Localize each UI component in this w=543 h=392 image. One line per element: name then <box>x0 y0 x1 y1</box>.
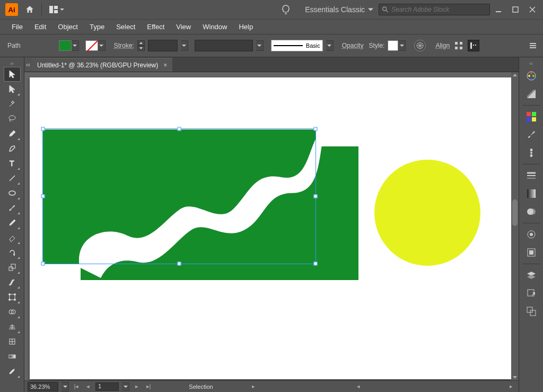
panel-expand-button[interactable]: ‹‹ <box>519 59 543 67</box>
stroke-weight-field[interactable] <box>148 40 178 51</box>
style-dropdown[interactable] <box>398 40 406 51</box>
selection-handle-s[interactable] <box>178 262 181 266</box>
document-tab[interactable]: Untitled-1* @ 36.23% (RGB/GPU Preview) × <box>32 58 172 72</box>
rotate-tool[interactable] <box>4 246 20 259</box>
menu-select[interactable]: Select <box>111 21 141 33</box>
brush-definition[interactable]: Basic <box>271 40 323 51</box>
menu-window[interactable]: Window <box>197 21 232 33</box>
paintbrush-tool[interactable] <box>4 201 20 215</box>
curvature-tool[interactable] <box>4 142 20 155</box>
stroke-dropdown[interactable] <box>98 40 106 51</box>
vertical-scrollbar-thumb[interactable] <box>512 199 518 226</box>
canvas[interactable]: 36.23% |◂ ◂ 1 ▸ ▸| Selection ▸ ◂ ▸ <box>24 72 519 392</box>
graphic-styles-panel[interactable] <box>523 245 539 260</box>
asset-export-panel[interactable] <box>523 285 539 301</box>
mesh-tool[interactable] <box>4 335 20 349</box>
yellow-circle-shape[interactable] <box>374 160 480 266</box>
artboard-nav-next[interactable]: ▸ <box>133 382 141 391</box>
stroke-weight-dropdown[interactable] <box>181 40 188 51</box>
stroke-weight-down[interactable] <box>137 46 145 51</box>
vertical-scrollbar[interactable] <box>511 72 519 380</box>
menu-object[interactable]: Object <box>52 21 83 33</box>
layers-panel[interactable] <box>523 267 539 283</box>
selection-handle-ne[interactable] <box>314 127 318 131</box>
fill-swatch[interactable] <box>59 40 79 51</box>
stroke-panel[interactable] <box>523 168 539 184</box>
shape-builder-tool[interactable] <box>4 305 20 319</box>
menu-view[interactable]: View <box>171 21 196 33</box>
direct-selection-tool[interactable] <box>4 82 20 96</box>
graphic-style-swatch[interactable] <box>388 40 406 51</box>
magic-wand-tool[interactable] <box>4 97 20 111</box>
gradient-tool[interactable] <box>4 350 20 363</box>
free-transform-tool[interactable] <box>4 290 20 304</box>
selection-handle-n[interactable] <box>178 127 181 131</box>
selection-handle-w[interactable] <box>41 195 45 198</box>
eyedropper-tool[interactable] <box>4 364 20 378</box>
selection-bounding-box[interactable] <box>42 128 316 264</box>
home-button[interactable] <box>21 1 38 18</box>
recolor-artwork-button[interactable] <box>414 40 426 51</box>
status-play-button[interactable]: ▸ <box>249 382 258 391</box>
tools-expand-button[interactable]: ›› <box>0 59 24 67</box>
selection-handle-nw[interactable] <box>41 127 45 131</box>
control-bar-menu[interactable] <box>527 40 539 51</box>
minimize-button[interactable] <box>490 2 507 17</box>
selection-handle-e[interactable] <box>314 195 318 198</box>
type-tool[interactable]: T <box>4 156 20 170</box>
artboards-panel[interactable] <box>523 303 539 319</box>
artboard[interactable] <box>30 77 511 379</box>
maximize-button[interactable] <box>507 2 524 17</box>
ellipse-tool[interactable] <box>4 186 20 200</box>
menu-type[interactable]: Type <box>84 21 110 33</box>
close-tab-button[interactable]: × <box>163 62 167 69</box>
pen-tool[interactable] <box>4 127 20 141</box>
selection-tool[interactable] <box>4 67 20 81</box>
artboard-number-field[interactable]: 1 <box>95 382 119 391</box>
symbols-panel[interactable] <box>523 145 539 161</box>
stroke-swatch[interactable] <box>85 40 106 51</box>
stock-search-input[interactable] <box>391 6 486 13</box>
menu-edit[interactable]: Edit <box>29 21 51 33</box>
pencil-tool[interactable] <box>4 216 20 230</box>
width-tool[interactable] <box>4 275 20 289</box>
fill-dropdown[interactable] <box>72 40 79 51</box>
search-tips-button[interactable] <box>277 1 294 18</box>
align-panel-button[interactable] <box>453 40 465 51</box>
variable-width-profile[interactable] <box>195 40 253 51</box>
workspace-switcher[interactable]: Essentials Classic <box>305 5 373 14</box>
artboard-nav-first[interactable]: |◂ <box>72 382 81 391</box>
stroke-weight-stepper[interactable] <box>137 40 145 51</box>
zoom-level-field[interactable]: 36.23% <box>28 382 58 391</box>
transparency-panel[interactable] <box>523 204 539 220</box>
artboard-nav-last[interactable]: ▸| <box>144 382 153 391</box>
hscroll-right[interactable]: ▸ <box>507 382 515 391</box>
color-guide-panel[interactable] <box>523 86 539 102</box>
tabstrip-expand[interactable]: ‹‹ <box>24 57 32 72</box>
stroke-label[interactable]: Stroke: <box>114 42 134 49</box>
transform-panel-button[interactable] <box>468 40 479 51</box>
zoom-dropdown[interactable] <box>62 382 69 391</box>
variable-width-dropdown[interactable] <box>256 40 264 51</box>
brush-dropdown[interactable] <box>326 40 334 51</box>
gradient-panel[interactable] <box>523 186 539 202</box>
artboard-nav-prev[interactable]: ◂ <box>84 382 92 391</box>
appearance-panel[interactable] <box>523 227 539 242</box>
eraser-tool[interactable] <box>4 231 20 245</box>
scale-tool[interactable] <box>4 260 20 274</box>
stroke-weight-up[interactable] <box>137 40 145 46</box>
menu-help[interactable]: Help <box>233 21 258 33</box>
artboard-dropdown[interactable] <box>122 382 129 391</box>
adobe-stock-search[interactable] <box>379 4 490 15</box>
swatches-panel[interactable] <box>523 109 539 125</box>
align-label[interactable]: Align <box>435 42 450 49</box>
opacity-label[interactable]: Opacity <box>342 42 364 49</box>
line-segment-tool[interactable] <box>4 171 20 185</box>
perspective-grid-tool[interactable] <box>4 320 20 334</box>
selection-handle-se[interactable] <box>314 262 318 266</box>
color-panel[interactable] <box>523 68 539 84</box>
hscroll-left[interactable]: ◂ <box>354 382 363 391</box>
menu-file[interactable]: File <box>6 21 28 33</box>
arrange-documents-button[interactable] <box>45 1 68 18</box>
brushes-panel[interactable] <box>523 127 539 143</box>
